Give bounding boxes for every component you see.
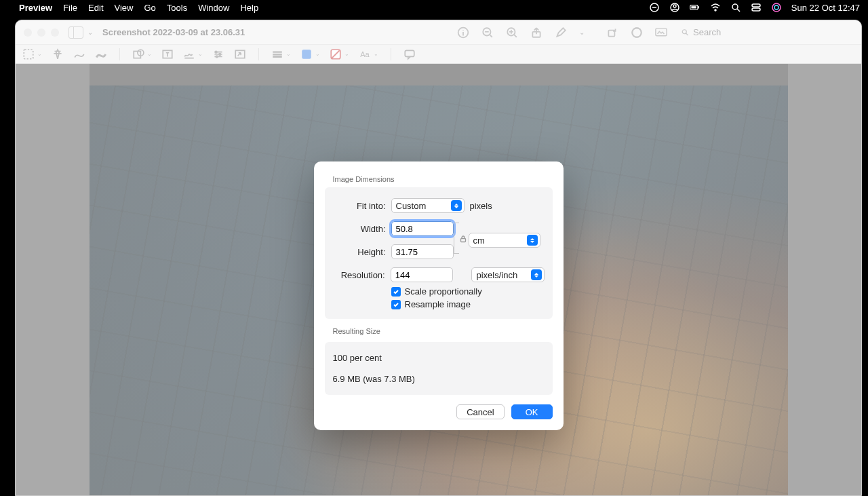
svg-point-2: [673, 5, 676, 7]
resulting-size-panel: 100 per cent 6.9 MB (was 7.3 MB): [325, 342, 553, 395]
wh-unit-select[interactable]: cm: [469, 233, 540, 248]
menu-file[interactable]: File: [63, 3, 77, 13]
adjust-size-dialog: Image Dimensions Fit into: Custom pixels…: [314, 161, 564, 430]
select-arrows-icon: [527, 235, 538, 246]
scale-proportionally-label: Scale proportionally: [405, 286, 482, 297]
svg-rect-8: [752, 4, 760, 7]
menu-window[interactable]: Window: [198, 3, 229, 13]
cancel-button[interactable]: Cancel: [456, 404, 504, 419]
result-percent: 100 per cent: [333, 353, 545, 363]
lock-aspect-icon[interactable]: [459, 235, 467, 246]
svg-rect-33: [460, 239, 465, 242]
resample-image-checkbox[interactable]: [391, 300, 401, 309]
width-input[interactable]: [391, 221, 454, 236]
fit-into-unit: pixels: [470, 201, 492, 211]
resolution-input[interactable]: [391, 267, 453, 282]
svg-rect-5: [691, 6, 696, 8]
battery-icon[interactable]: [690, 2, 701, 13]
image-dimensions-heading: Image Dimensions: [333, 175, 553, 183]
svg-point-6: [715, 9, 716, 11]
status-icon-1[interactable]: [649, 2, 660, 13]
menubar-right: Sun 22 Oct 12:47: [649, 2, 860, 13]
result-filesize: 6.9 MB (was 7.3 MB): [333, 374, 545, 384]
menu-help[interactable]: Help: [240, 3, 258, 13]
control-center-icon[interactable]: [751, 2, 762, 13]
svg-point-11: [774, 5, 778, 9]
menu-tools[interactable]: Tools: [167, 3, 187, 13]
select-arrows-icon: [531, 269, 542, 280]
ok-button[interactable]: OK: [511, 404, 553, 419]
fit-into-value: Custom: [396, 201, 427, 211]
fit-into-select[interactable]: Custom: [391, 198, 465, 213]
width-label: Width:: [333, 224, 386, 234]
menubar-left: Preview File Edit View Go Tools Window H…: [8, 3, 258, 13]
svg-point-10: [772, 3, 781, 12]
wh-unit-value: cm: [473, 235, 485, 246]
svg-rect-9: [752, 8, 760, 11]
resolution-unit-select[interactable]: pixels/inch: [471, 267, 544, 282]
scale-proportionally-checkbox[interactable]: [391, 287, 401, 297]
dimensions-panel: Fit into: Custom pixels Width: Height:: [325, 187, 553, 319]
siri-icon[interactable]: [771, 2, 782, 13]
app-menu[interactable]: Preview: [19, 3, 52, 13]
resulting-size-heading: Resulting Size: [333, 327, 553, 335]
menu-edit[interactable]: Edit: [88, 3, 103, 13]
svg-rect-4: [698, 6, 699, 8]
height-label: Height:: [333, 247, 386, 257]
menu-view[interactable]: View: [115, 3, 134, 13]
menu-go[interactable]: Go: [144, 3, 155, 13]
macos-menubar: Preview File Edit View Go Tools Window H…: [0, 0, 868, 15]
height-input[interactable]: [391, 244, 454, 259]
svg-point-7: [732, 4, 738, 9]
wifi-icon[interactable]: [710, 2, 721, 13]
select-arrows-icon: [451, 200, 462, 211]
resample-image-label: Resample image: [405, 299, 471, 309]
user-icon[interactable]: [669, 2, 680, 13]
fit-into-label: Fit into:: [333, 201, 386, 211]
resolution-label: Resolution:: [333, 270, 385, 280]
menubar-clock[interactable]: Sun 22 Oct 12:47: [791, 3, 860, 13]
preview-window: ⌄ Screenshot 2022-03-09 at 23.06.31 ⌄ ⌄: [15, 20, 862, 496]
spotlight-icon[interactable]: [730, 2, 741, 13]
resolution-unit-value: pixels/inch: [476, 270, 517, 280]
